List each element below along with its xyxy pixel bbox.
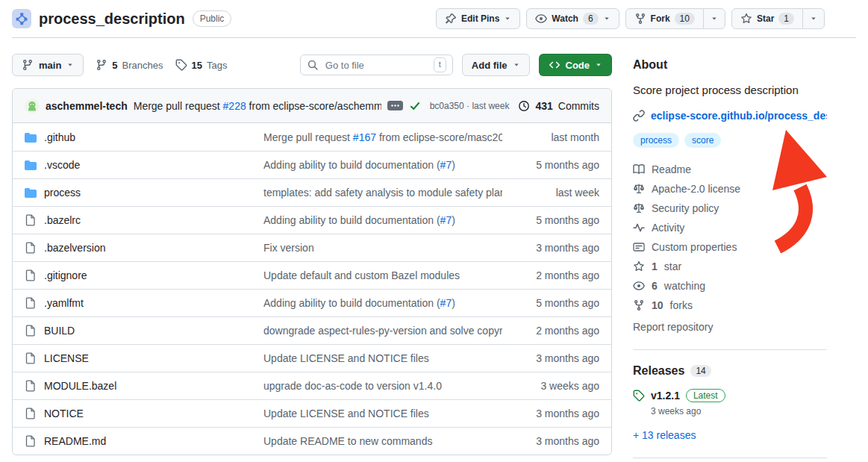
file-name-link[interactable]: MODULE.bazel — [44, 380, 116, 392]
fork-button[interactable]: Fork 10 — [625, 8, 704, 29]
commit-sha-time[interactable]: bc0a350 · last week — [430, 101, 510, 111]
table-row[interactable]: .vscodeAdding ability to build documenta… — [13, 151, 611, 178]
check-icon[interactable] — [409, 100, 421, 112]
latest-release-row[interactable]: v1.2.1 Latest — [633, 389, 827, 402]
table-row[interactable]: processtemplates: add safety analysis to… — [13, 178, 611, 206]
table-row[interactable]: .gitignoreUpdate default and custom Baze… — [13, 261, 611, 289]
add-file-label: Add file — [472, 60, 508, 71]
repo-name[interactable]: process_description — [39, 10, 185, 28]
release-version[interactable]: v1.2.1 — [651, 390, 680, 402]
file-name-link[interactable]: .bazelrc — [44, 214, 81, 226]
commit-date: last week — [502, 187, 599, 199]
sidebar-item-custom-properties[interactable]: Custom properties — [633, 241, 827, 253]
commit-message[interactable]: Adding ability to build documentation (#… — [263, 297, 502, 309]
commit-message[interactable]: Fix version — [263, 242, 502, 254]
commit-author-avatar[interactable] — [25, 99, 40, 113]
code-button[interactable]: Code — [539, 54, 613, 76]
table-row[interactable]: .bazelversionFix version3 months ago — [13, 234, 611, 261]
file-icon — [25, 214, 37, 226]
pr-link[interactable]: #7 — [440, 297, 452, 309]
table-row[interactable]: README.mdUpdate README to new commands3 … — [13, 427, 611, 455]
sidebar-item-watching[interactable]: 6watching — [633, 280, 827, 292]
commit-message[interactable]: Adding ability to build documentation (#… — [263, 214, 502, 226]
commit-author[interactable]: aschemmel-tech — [46, 100, 128, 112]
sidebar: About Score project process description … — [633, 54, 827, 462]
file-name-link[interactable]: .yamlfmt — [44, 297, 84, 309]
file-name-cell: LICENSE — [25, 352, 263, 364]
commit-message[interactable]: templates: add safety analysis to module… — [263, 187, 502, 199]
file-name-link[interactable]: .vscode — [44, 159, 80, 171]
report-repository-link[interactable]: Report repository — [633, 321, 713, 333]
sidebar-item-security-policy[interactable]: Security policy — [633, 202, 827, 214]
table-row[interactable]: .yamlfmtAdding ability to build document… — [13, 289, 611, 316]
table-row[interactable]: .bazelrcAdding ability to build document… — [13, 206, 611, 234]
pr-link[interactable]: #7 — [440, 159, 452, 171]
more-releases-link[interactable]: + 13 releases — [633, 429, 696, 441]
table-row[interactable]: NOTICEUpdate LICENSE and NOTICE files3 m… — [13, 399, 611, 427]
commit-message[interactable]: Update LICENSE and NOTICE files — [263, 352, 502, 364]
branches-link[interactable]: 5 Branches — [96, 59, 163, 71]
watch-button[interactable]: Watch 6 — [526, 8, 619, 29]
commit-date: 5 months ago — [502, 297, 599, 309]
fork-dropdown-button[interactable] — [703, 8, 725, 29]
edit-pins-button[interactable]: Edit Pins — [436, 8, 520, 29]
sidebar-item-apache-2-0-license[interactable]: Apache-2.0 license — [633, 183, 827, 195]
commit-message[interactable]: Merge pull request #167 from eclipse-sco… — [263, 131, 502, 143]
commit-ellipsis-button[interactable] — [387, 101, 403, 110]
table-row[interactable]: MODULE.bazelupgrade doc-as-code to versi… — [13, 372, 611, 399]
star-dropdown-button[interactable] — [802, 8, 825, 29]
link-icon — [633, 110, 645, 122]
add-file-button[interactable]: Add file — [462, 54, 530, 76]
table-row[interactable]: BUILDdowngrade aspect-rules-py-version a… — [13, 316, 611, 344]
go-to-file-input[interactable] — [324, 59, 428, 72]
file-name-link[interactable]: .gitignore — [44, 269, 87, 281]
commit-date: 3 weeks ago — [502, 380, 599, 392]
content: main 5 Branches 15 Tags t — [0, 38, 868, 462]
commit-message[interactable]: Adding ability to build documentation (#… — [263, 159, 502, 171]
pulse-icon — [633, 222, 645, 234]
sidebar-item-star[interactable]: 1star — [633, 260, 827, 272]
file-name-link[interactable]: .github — [44, 131, 75, 143]
file-name-cell: MODULE.bazel — [25, 380, 263, 392]
pr-link[interactable]: #7 — [440, 214, 452, 226]
pr-link[interactable]: #228 — [223, 100, 246, 112]
sidebar-divider — [633, 349, 827, 350]
star-split-button: Star 1 — [731, 8, 825, 29]
sidebar-item-readme[interactable]: Readme — [633, 163, 827, 175]
commit-message[interactable]: Merge pull request #228 from eclipse-sco… — [134, 100, 381, 112]
commit-message[interactable]: Update README to new commands — [263, 435, 502, 447]
fork-icon — [634, 13, 646, 25]
star-button[interactable]: Star 1 — [731, 8, 803, 29]
file-name-link[interactable]: .bazelversion — [44, 242, 106, 254]
file-name-link[interactable]: NOTICE — [44, 408, 84, 419]
current-branch-label: main — [39, 60, 61, 71]
pr-link[interactable]: #167 — [353, 131, 376, 143]
repo-avatar[interactable] — [12, 9, 31, 28]
tags-link[interactable]: 15 Tags — [175, 59, 228, 71]
commit-message[interactable]: upgrade doc-as-code to version v1.4.0 — [263, 380, 502, 392]
chevron-down-icon — [595, 61, 602, 69]
file-name-link[interactable]: README.md — [44, 435, 106, 447]
commit-sha[interactable]: bc0a350 — [430, 101, 464, 111]
branch-selector[interactable]: main — [12, 54, 84, 76]
commits-history-link[interactable]: 431 Commits — [518, 100, 599, 112]
branches-count: 5 — [112, 60, 117, 71]
releases-header[interactable]: Releases 14 — [633, 364, 827, 378]
file-name-link[interactable]: BUILD — [44, 325, 75, 337]
commit-message[interactable]: Update default and custom Bazel modules — [263, 269, 502, 281]
file-name-link[interactable]: process — [44, 187, 81, 199]
file-name-link[interactable]: LICENSE — [44, 352, 89, 364]
sidebar-item-activity[interactable]: Activity — [633, 222, 827, 234]
file-icon — [25, 435, 37, 447]
table-row[interactable]: LICENSEUpdate LICENSE and NOTICE files3 … — [13, 344, 611, 372]
commit-message[interactable]: Update LICENSE and NOTICE files — [263, 408, 502, 419]
website-link[interactable]: eclipse-score.github.io/process_descr... — [651, 110, 827, 122]
file-name-cell: .vscode — [25, 159, 263, 171]
commit-message[interactable]: downgrade aspect-rules-py-version and so… — [263, 325, 502, 337]
topic-pill-process[interactable]: process — [633, 133, 679, 148]
file-icon — [25, 380, 37, 392]
topic-pill-score[interactable]: score — [684, 133, 721, 148]
shortcut-key-hint: t — [434, 57, 446, 72]
table-row[interactable]: .githubMerge pull request #167 from ecli… — [13, 123, 611, 151]
sidebar-item-forks[interactable]: 10forks — [633, 299, 827, 311]
